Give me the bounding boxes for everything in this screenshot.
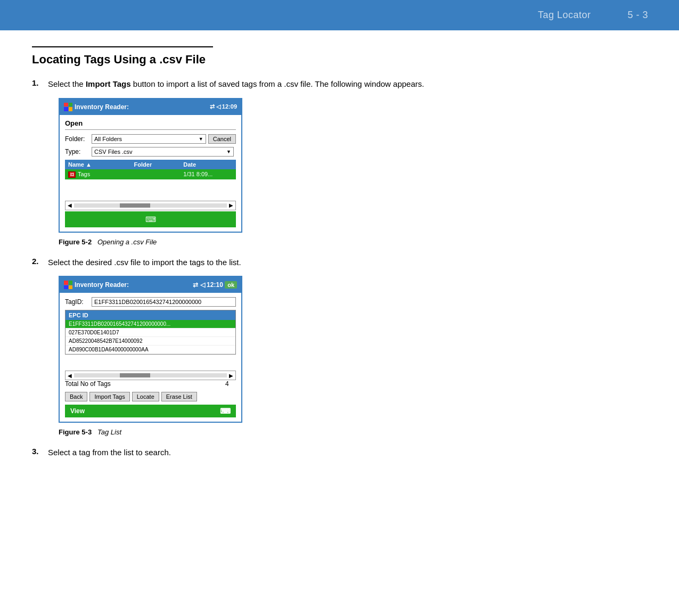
epc-row-1[interactable]: 027E370D0E1401D7 <box>66 328 235 337</box>
import-tags-label: Import Tags <box>86 79 131 88</box>
action-buttons: Back Import Tags Locate Erase List <box>65 392 236 401</box>
horizontal-scrollbar[interactable]: ◀ ▶ <box>65 201 236 210</box>
section-divider <box>32 46 213 47</box>
ok-badge[interactable]: ok <box>225 281 237 289</box>
file-table-row[interactable]: 🖼Tags 1/31 8:09... <box>65 169 236 179</box>
col-folder: Folder <box>134 161 184 168</box>
total-row: Total No of Tags 4 <box>65 380 236 388</box>
windows-logo-icon-2 <box>64 281 72 289</box>
step-3-text: Select a tag from the list to search. <box>48 447 171 459</box>
folder-row: Folder: All Folders ▼ Cancel <box>65 134 236 144</box>
tagid-row: TagID: E1FF3311DB0200165432741200000000 <box>65 297 236 307</box>
view-bar: View ⌨ <box>65 405 236 417</box>
device-1-icons: ⇄ ◁ 12:09 <box>210 103 237 110</box>
scroll-track-2 <box>74 373 227 377</box>
header-title: Tag Locator 5 - 3 <box>528 10 658 21</box>
device-2-body: TagID: E1FF3311DB0200165432741200000000 … <box>60 293 241 422</box>
device-1-title: Inventory Reader: <box>75 103 129 111</box>
device-2-title: Inventory Reader: <box>75 281 129 289</box>
keyboard-bar[interactable]: ⌨ <box>65 211 236 227</box>
cancel-button[interactable]: Cancel <box>208 134 236 144</box>
device-2-icons: ⇄ ◁ 12:10 <box>193 281 223 289</box>
total-value: 4 <box>220 380 236 388</box>
figure-2-text: Tag List <box>97 428 121 436</box>
tagid-label: TagID: <box>65 298 92 306</box>
open-title: Open <box>65 119 236 130</box>
scroll-right-icon[interactable]: ▶ <box>227 202 235 208</box>
step-3-header: 3. Select a tag from the list to search. <box>32 447 647 459</box>
epc-row-0[interactable]: E1FF3311DB0200165432741200000000... <box>66 320 235 328</box>
windows-logo-icon <box>64 103 72 111</box>
device-1-body: Open Folder: All Folders ▼ Cancel Type: … <box>60 115 241 232</box>
step-3-number: 3. <box>32 447 48 456</box>
step-2-header: 2. Select the desired .csv file to impor… <box>32 257 647 269</box>
scroll-left-icon-2[interactable]: ◀ <box>66 373 74 379</box>
scroll-left-icon[interactable]: ◀ <box>66 202 74 208</box>
figure-2-caption: Figure 5-3 Tag List <box>59 428 647 436</box>
section-heading: Locating Tags Using a .csv File <box>32 53 647 67</box>
content-area: Locating Tags Using a .csv File 1. Selec… <box>0 30 679 491</box>
keyboard-icon-2: ⌨ <box>220 407 231 415</box>
device-screenshot-1: Inventory Reader: ⇄ ◁ 12:09 Open Folder:… <box>59 98 242 233</box>
step-2: 2. Select the desired .csv file to impor… <box>32 257 647 437</box>
col-name: Name ▲ <box>68 161 134 168</box>
file-table-header: Name ▲ Folder Date <box>65 160 236 169</box>
figure-1-text: Opening a .csv File <box>97 238 157 246</box>
step-1: 1. Select the Import Tags button to impo… <box>32 78 647 246</box>
header-tag-locator: Tag Locator <box>538 10 591 20</box>
figure-2-label: Figure 5-3 <box>59 428 92 436</box>
type-value: CSV Files .csv <box>94 149 133 155</box>
step-1-header: 1. Select the Import Tags button to impo… <box>32 78 647 91</box>
step-1-number: 1. <box>32 78 48 87</box>
scroll-thumb-2 <box>120 373 150 377</box>
scroll-track <box>74 203 227 208</box>
scroll-thumb <box>120 203 150 208</box>
locate-button[interactable]: Locate <box>132 392 159 401</box>
chevron-down-icon: ▼ <box>199 136 203 142</box>
total-label: Total No of Tags <box>65 380 220 388</box>
file-date: 1/31 8:09... <box>183 171 233 177</box>
file-name: 🖼Tags <box>68 171 134 178</box>
device-screenshot-2: Inventory Reader: ⇄ ◁ 12:10 ok TagID: E1… <box>59 276 242 423</box>
epc-row-3[interactable]: AD890C00B1DA64000000000AA <box>66 346 235 354</box>
folder-select[interactable]: All Folders ▼ <box>92 134 206 144</box>
figure-1-label: Figure 5-2 <box>59 238 92 246</box>
header-page-number: 5 - 3 <box>627 10 648 20</box>
figure-1-caption: Figure 5-2 Opening a .csv File <box>59 238 647 246</box>
type-select[interactable]: CSV Files .csv ▼ <box>92 147 234 157</box>
col-date: Date <box>183 161 233 168</box>
type-row: Type: CSV Files .csv ▼ <box>65 147 236 157</box>
tagid-input[interactable]: E1FF3311DB0200165432741200000000 <box>92 297 236 307</box>
epc-row-2[interactable]: AD85220048542B7E14000092 <box>66 337 235 346</box>
back-button[interactable]: Back <box>65 392 87 401</box>
step-1-text: Select the Import Tags button to import … <box>48 78 424 91</box>
epc-table: EPC ID E1FF3311DB0200165432741200000000.… <box>65 310 236 355</box>
device-1-header: Inventory Reader: ⇄ ◁ 12:09 <box>60 99 241 115</box>
erase-list-button[interactable]: Erase List <box>161 392 197 401</box>
step-2-text: Select the desired .csv file to import t… <box>48 257 241 269</box>
step-3: 3. Select a tag from the list to search. <box>32 447 647 459</box>
import-tags-button[interactable]: Import Tags <box>89 392 129 401</box>
device-2-header: Inventory Reader: ⇄ ◁ 12:10 ok <box>60 277 241 293</box>
folder-value: All Folders <box>94 136 122 142</box>
type-label: Type: <box>65 148 92 155</box>
step-2-number: 2. <box>32 257 48 266</box>
epc-table-header: EPC ID <box>66 310 235 320</box>
keyboard-icon: ⌨ <box>145 215 156 224</box>
epc-horizontal-scrollbar[interactable]: ◀ ▶ <box>65 371 236 380</box>
scroll-right-icon-2[interactable]: ▶ <box>227 373 235 379</box>
chevron-down-icon-2: ▼ <box>226 149 231 154</box>
view-label[interactable]: View <box>70 407 85 415</box>
file-icon: 🖼 <box>68 171 76 178</box>
page-header: Tag Locator 5 - 3 <box>0 0 679 30</box>
folder-label: Folder: <box>65 135 92 143</box>
